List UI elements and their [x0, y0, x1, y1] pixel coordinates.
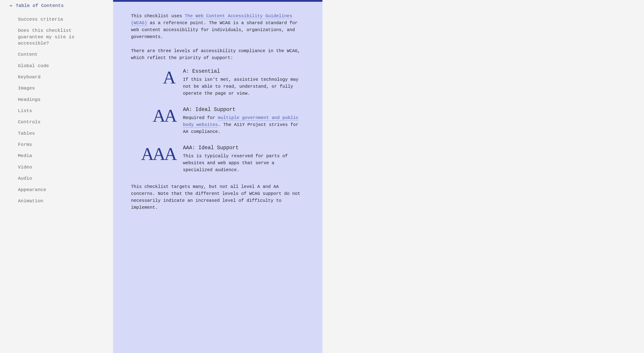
toc-title: Table of Contents — [16, 3, 64, 8]
toc-item[interactable]: Video — [18, 164, 96, 170]
level-aa-title: AA: Ideal Support — [183, 107, 304, 112]
intro-p1-tail: as a reference point. The WCAG is a shar… — [131, 20, 298, 39]
main-area: This checklist uses The Web Content Acce… — [113, 0, 644, 353]
toc-item[interactable]: Animation — [18, 198, 96, 204]
intro-p1-lead: This checklist uses — [131, 13, 185, 18]
toc-item[interactable]: Global code — [18, 63, 96, 69]
toc-item[interactable]: Controls — [18, 119, 96, 125]
levels-list: A A: Essential If this isn't met, assist… — [131, 68, 304, 173]
level-aa-desc-lead: Required for — [183, 115, 218, 120]
level-aaa-row: AAA AAA: Ideal Support This is typically… — [131, 145, 304, 173]
level-a-badge: A — [131, 68, 176, 85]
toc-item[interactable]: Does this checklist guarantee my site is… — [18, 27, 96, 46]
level-aaa-badge: AAA — [131, 145, 176, 162]
toc-item[interactable]: Lists — [18, 108, 96, 114]
toc-item[interactable]: Media — [18, 153, 96, 159]
toc-item[interactable]: Success criteria — [18, 16, 96, 22]
level-aa-row: AA AA: Ideal Support Required for multip… — [131, 107, 304, 135]
toc-list: Success criteriaDoes this checklist guar… — [9, 16, 104, 204]
toc-item[interactable]: Audio — [18, 175, 96, 182]
toc-item[interactable]: Headings — [18, 97, 96, 103]
panel-accent-bar — [113, 0, 322, 2]
outro-paragraph: This checklist targets many, but not all… — [131, 183, 304, 211]
content-panel: This checklist uses The Web Content Acce… — [113, 0, 322, 353]
toc-item[interactable]: Forms — [18, 142, 96, 148]
toc-item[interactable]: Appearance — [18, 187, 96, 193]
level-aa-badge: AA — [131, 107, 176, 124]
level-aa-desc: Required for multiple government and pub… — [183, 114, 304, 135]
level-a-row: A A: Essential If this isn't met, assist… — [131, 68, 304, 97]
toc-item[interactable]: Images — [18, 85, 96, 91]
toc-sidebar: Table of Contents Success criteriaDoes t… — [0, 0, 113, 353]
toc-item[interactable]: Keyboard — [18, 74, 96, 80]
toc-item[interactable]: Tables — [18, 130, 96, 137]
toc-item[interactable]: Content — [18, 51, 96, 58]
chevron-down-icon — [9, 4, 13, 8]
intro-paragraph-2: There are three levels of accessibility … — [131, 47, 304, 61]
right-gutter — [322, 0, 644, 353]
level-aaa-desc: This is typically reserved for parts of … — [183, 153, 304, 173]
toc-toggle[interactable]: Table of Contents — [9, 3, 104, 8]
level-aaa-title: AAA: Ideal Support — [183, 145, 304, 151]
intro-paragraph-1: This checklist uses The Web Content Acce… — [131, 12, 304, 40]
level-a-title: A: Essential — [183, 68, 304, 74]
level-a-desc: If this isn't met, assistive technology … — [183, 76, 304, 97]
